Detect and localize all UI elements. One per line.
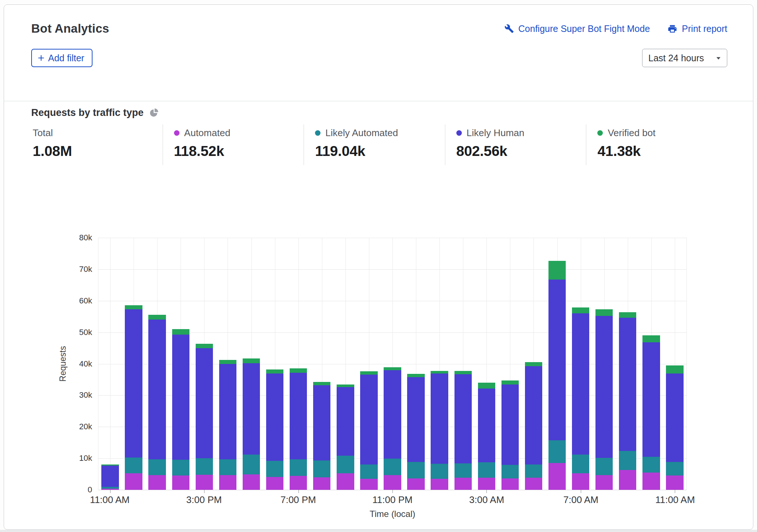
bar-stack[interactable] xyxy=(313,238,330,490)
x-tick-label: 3:00 PM xyxy=(186,494,222,506)
bar-stack[interactable] xyxy=(290,238,307,490)
bar-stack[interactable] xyxy=(337,238,354,490)
bar-segment-likely-automated xyxy=(196,458,213,475)
bar-segment-automated xyxy=(384,475,401,490)
bar-stack[interactable] xyxy=(454,238,472,490)
verified-bot-dot xyxy=(597,130,603,136)
bar-segment-likely-automated xyxy=(219,459,236,475)
bar-stack[interactable] xyxy=(478,238,495,490)
y-tick-label: 10k xyxy=(79,453,92,463)
plus-icon xyxy=(36,53,46,63)
time-range-select[interactable]: Last 24 hours xyxy=(642,49,727,67)
x-tick-label: 7:00 AM xyxy=(564,494,598,506)
plot-area xyxy=(98,238,687,490)
page-title: Bot Analytics xyxy=(31,22,109,36)
bar-segment-verified-bot xyxy=(501,380,519,385)
stat-label: Automated xyxy=(184,127,231,139)
stat-automated: Automated 118.52k xyxy=(163,124,304,165)
bar-stack[interactable] xyxy=(148,238,166,490)
bar-stack[interactable] xyxy=(525,238,542,490)
bot-analytics-card: Bot Analytics Configure Super Bot Fight … xyxy=(4,4,753,530)
bar-stack[interactable] xyxy=(407,238,424,490)
bar-segment-verified-bot xyxy=(478,383,495,389)
bar-stack[interactable] xyxy=(266,238,283,490)
bar-segment-likely-human xyxy=(642,342,660,457)
bar-segment-verified-bot xyxy=(148,315,166,320)
bar-segment-automated xyxy=(196,475,213,490)
bar-segment-verified-bot xyxy=(407,374,424,377)
configure-link-label: Configure Super Bot Fight Mode xyxy=(518,23,650,34)
bar-stack[interactable] xyxy=(243,238,260,490)
bar-segment-likely-human xyxy=(148,320,166,459)
bars xyxy=(98,238,687,490)
bar-segment-verified-bot xyxy=(525,362,542,366)
configure-super-bot-fight-mode-link[interactable]: Configure Super Bot Fight Mode xyxy=(504,23,650,34)
bar-segment-automated xyxy=(548,463,566,490)
bar-slot xyxy=(569,238,593,490)
bar-segment-likely-automated xyxy=(478,462,495,477)
stats-row: Total 1.08M Automated 118.52k Likely Aut… xyxy=(31,124,727,165)
bar-segment-automated xyxy=(525,478,542,490)
bar-slot xyxy=(593,238,616,490)
bar-segment-verified-bot xyxy=(384,367,401,370)
bar-stack[interactable] xyxy=(642,238,660,490)
bar-stack[interactable] xyxy=(384,238,401,490)
bar-segment-automated xyxy=(407,478,424,490)
bar-segment-likely-automated xyxy=(290,459,307,476)
bar-segment-automated xyxy=(266,477,283,490)
bar-stack[interactable] xyxy=(172,238,189,490)
y-tick-label: 40k xyxy=(79,359,92,369)
bar-slot xyxy=(475,238,498,490)
bar-slot xyxy=(310,238,334,490)
stat-label: Verified bot xyxy=(608,127,655,139)
bar-stack[interactable] xyxy=(595,238,613,490)
bar-segment-likely-automated xyxy=(454,463,472,478)
bar-segment-likely-human xyxy=(266,374,283,461)
y-tick-label: 0 xyxy=(88,485,92,495)
bar-segment-likely-human xyxy=(243,363,260,455)
bar-segment-likely-automated xyxy=(572,455,589,473)
bar-segment-automated xyxy=(125,473,142,490)
bar-slot xyxy=(640,238,663,490)
y-tick-label: 70k xyxy=(79,265,92,274)
bar-slot xyxy=(381,238,404,490)
bar-stack[interactable] xyxy=(431,238,448,490)
stat-likely-human: Likely Human 802.56k xyxy=(445,124,586,165)
bar-segment-automated xyxy=(595,475,613,490)
bar-slot xyxy=(145,238,169,490)
bar-stack[interactable] xyxy=(196,238,213,490)
y-axis-title: Requests xyxy=(55,238,71,490)
bar-stack[interactable] xyxy=(101,238,119,490)
bar-stack[interactable] xyxy=(572,238,589,490)
bar-segment-likely-human xyxy=(595,316,613,458)
bar-stack[interactable] xyxy=(360,238,377,490)
bar-slot xyxy=(263,238,287,490)
bar-stack[interactable] xyxy=(548,238,566,490)
section-heading: Requests by traffic type xyxy=(31,107,144,119)
bar-stack[interactable] xyxy=(619,238,636,490)
bar-segment-likely-human xyxy=(101,466,119,487)
y-tick-label: 50k xyxy=(79,328,92,337)
bar-segment-verified-bot xyxy=(642,335,660,342)
bar-stack[interactable] xyxy=(501,238,519,490)
bar-segment-likely-human xyxy=(525,366,542,464)
bar-slot xyxy=(169,238,192,490)
bar-segment-likely-human xyxy=(407,377,424,462)
add-filter-button[interactable]: Add filter xyxy=(31,49,93,67)
bar-segment-likely-automated xyxy=(642,457,660,473)
bar-stack[interactable] xyxy=(125,238,142,490)
bar-stack[interactable] xyxy=(666,238,683,490)
bar-segment-likely-automated xyxy=(525,464,542,478)
bar-segment-likely-automated xyxy=(337,456,354,473)
bar-slot xyxy=(287,238,310,490)
print-report-link[interactable]: Print report xyxy=(667,23,727,34)
bar-segment-likely-automated xyxy=(266,461,283,477)
bar-stack[interactable] xyxy=(219,238,236,490)
y-axis-ticks: 80k70k60k50k40k30k20k10k0 xyxy=(71,238,98,490)
bar-segment-automated xyxy=(337,473,354,490)
bar-slot xyxy=(357,238,381,490)
x-tick-label: 11:00 AM xyxy=(655,494,695,506)
bar-segment-verified-bot xyxy=(666,365,683,374)
bar-segment-likely-human xyxy=(666,374,683,462)
bar-segment-verified-bot xyxy=(313,382,330,385)
